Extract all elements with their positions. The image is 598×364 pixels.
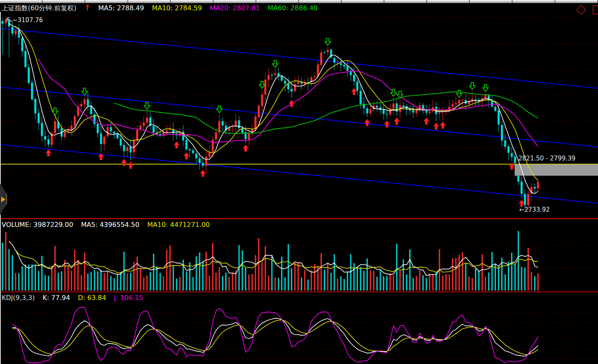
- ma60-label: MA60: 2886.40: [268, 4, 318, 12]
- instrument-title: 上证指数(60分钟.前复权): [2, 4, 76, 12]
- trendlines: [0, 28, 598, 203]
- kdj-j-label: J: 106.15: [114, 294, 143, 302]
- kdj-d-label: D: 63.84: [78, 294, 106, 302]
- volume-header: VOLUME: 3987229.00 MA5: 4396554.50 MA10:…: [2, 221, 216, 229]
- volume-ma5-label: MA5: 4396554.50: [81, 221, 139, 229]
- trading-app-window: 上证指数(60分钟.前复权) ↑ MA5: 2788.49 MA10: 2784…: [0, 0, 598, 364]
- ma20-label: MA20: 2807.81: [210, 4, 260, 12]
- up-arrow-icon: ↑: [84, 3, 90, 12]
- ma10-label: MA10: 2784.59: [152, 4, 202, 12]
- expand-arrow-icon: [1, 197, 5, 202]
- volume-bars: [2, 231, 539, 291]
- kdj-k-label: K: 77.94: [43, 294, 70, 302]
- clipped-toolbar-icon[interactable]: [593, 6, 598, 14]
- main-gridlines: [0, 18, 598, 200]
- low-price-label: ←2733.92: [519, 206, 550, 213]
- main-chart-header: 上证指数(60分钟.前复权) ↑ MA5: 2788.49 MA10: 2784…: [2, 4, 323, 12]
- kdj-lines: [12, 307, 538, 363]
- signal-arrows: [46, 38, 524, 207]
- kdj-title-label: KDJ(9,3,3): [2, 294, 35, 302]
- kdj-header: KDJ(9,3,3) K: 77.94 D: 63.84 J: 106.15: [2, 294, 149, 302]
- ma5-label: MA5: 2788.49: [98, 4, 144, 12]
- volume-ma10-label: MA10: 4471271.00: [147, 221, 209, 229]
- toolbar-corner-icons: [577, 3, 598, 16]
- diamond-icon[interactable]: [577, 5, 586, 14]
- high-price-label: ~3107.76: [12, 16, 43, 24]
- ma-lines-layer: [9, 23, 538, 194]
- gap-range-label: 2821.50 - 2799.39: [518, 155, 575, 162]
- volume-value-label: VOLUME: 3987229.00: [2, 221, 73, 229]
- chart-canvas[interactable]: [0, 0, 598, 364]
